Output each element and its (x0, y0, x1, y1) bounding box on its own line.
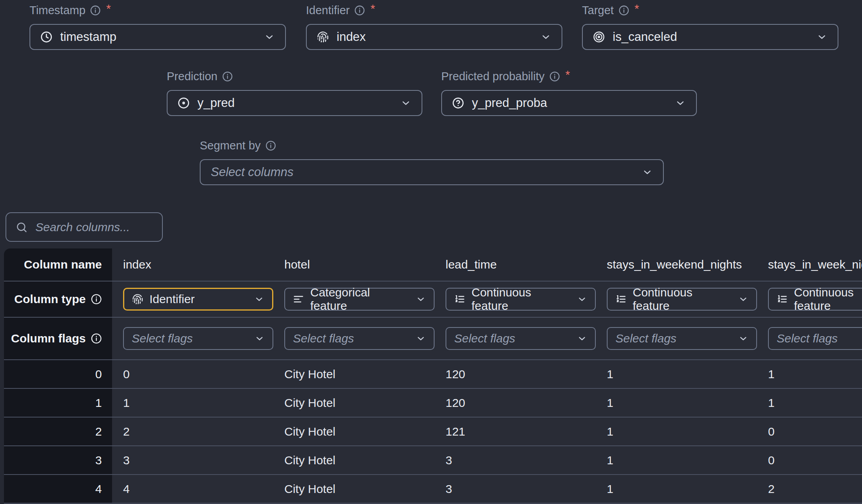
search-input[interactable] (35, 221, 153, 234)
column-type-select-lead-time[interactable]: Continuous feature (446, 288, 596, 311)
column-header-hotel: hotel (273, 248, 435, 281)
column-type-select-stays-weekend[interactable]: Continuous feature (607, 288, 757, 311)
identifier-select[interactable]: index (306, 24, 562, 50)
cell: 3 (112, 446, 273, 474)
fingerprint-icon (132, 294, 143, 305)
cell: 121 (435, 418, 596, 445)
field-label-text: Timestamp (29, 4, 85, 17)
column-type-row: Column type Identifier Categorical featu… (4, 281, 862, 318)
timestamp-select[interactable]: timestamp (29, 24, 286, 50)
target-select[interactable]: is_canceled (582, 24, 838, 50)
chevron-down-icon (416, 333, 426, 344)
segment-by-select[interactable]: Select columns (200, 159, 664, 185)
column-type-select-stays-week[interactable]: Continuous feature (768, 288, 862, 311)
field-segment-by: Segment by Select columns (200, 138, 664, 185)
corner-header-label: Column name (24, 258, 102, 271)
column-flags-select-stays-weekend[interactable]: Select flags (607, 327, 757, 350)
required-asterisk: * (635, 2, 639, 15)
chevron-down-icon (738, 333, 748, 344)
cell: 120 (435, 389, 596, 417)
predicted-probability-select[interactable]: y_pred_proba (441, 90, 697, 116)
select-value: y_pred (197, 96, 235, 110)
cell: 1 (596, 418, 757, 445)
table-row: 0 0 City Hotel 120 1 1 (4, 360, 862, 389)
cell: City Hotel (273, 446, 435, 474)
chevron-down-icon (264, 31, 275, 42)
select-value: is_canceled (613, 30, 677, 44)
field-label-text: Predicted probability (441, 70, 545, 83)
select-value: index (337, 30, 366, 44)
cell: 1 (112, 389, 273, 417)
chevron-down-icon (816, 31, 827, 42)
cell: City Hotel (273, 418, 435, 445)
cell: 1 (757, 389, 862, 417)
select-value: y_pred_proba (472, 96, 547, 110)
row-header: 1 (4, 389, 112, 417)
field-timestamp-label: Timestamp * (29, 3, 286, 17)
chevron-down-icon (642, 167, 653, 178)
row-header: 0 (4, 360, 112, 388)
column-type-label: Column type (14, 292, 86, 306)
table-row: 3 3 City Hotel 3 1 0 (4, 446, 862, 475)
cell: 3 (435, 446, 596, 474)
columns-table: Column name index hotel lead_time stays_… (4, 248, 862, 504)
field-timestamp: Timestamp * timestamp (29, 3, 286, 50)
table-row: 2 2 City Hotel 121 1 0 (4, 418, 862, 446)
column-type-select-hotel[interactable]: Categorical feature (284, 288, 435, 311)
info-icon[interactable] (90, 5, 101, 16)
clock-icon (41, 31, 52, 43)
chevron-down-icon (675, 97, 686, 109)
help-circle-icon (452, 97, 464, 109)
cell: City Hotel (273, 360, 435, 388)
info-icon[interactable] (354, 5, 365, 16)
info-icon[interactable] (222, 71, 233, 82)
prediction-select[interactable]: y_pred (167, 90, 422, 116)
table-row: 4 4 City Hotel 3 1 2 (4, 475, 862, 504)
corner-header-cell: Column name (4, 248, 112, 281)
info-icon[interactable] (91, 294, 102, 305)
column-flags-select-hotel[interactable]: Select flags (284, 327, 435, 350)
info-icon[interactable] (91, 333, 102, 344)
column-header-lead-time: lead_time (435, 248, 596, 281)
field-target: Target * is_canceled (582, 3, 838, 50)
field-prediction-label: Prediction (167, 69, 422, 83)
fingerprint-icon (317, 31, 329, 43)
cell: 0 (112, 360, 273, 388)
info-icon[interactable] (549, 71, 560, 82)
field-predicted-probability: Predicted probability * y_pred_proba (441, 69, 697, 116)
cell: 2 (757, 475, 862, 503)
info-icon[interactable] (265, 140, 276, 151)
cell: 0 (757, 418, 862, 445)
column-flags-select-stays-week[interactable]: Select flags (768, 327, 862, 350)
chevron-down-icon (738, 294, 748, 304)
column-flags-select-index[interactable]: Select flags (123, 327, 273, 350)
row-header: 3 (4, 446, 112, 474)
info-icon[interactable] (619, 5, 629, 16)
column-flags-row: Column flags Select flags Select flags S… (4, 318, 862, 360)
column-header-stays-weekend: stays_in_weekend_nights (596, 248, 757, 281)
required-asterisk: * (565, 68, 570, 81)
column-type-select-index[interactable]: Identifier (123, 288, 273, 311)
chevron-down-icon (400, 97, 411, 109)
cell: 120 (435, 360, 596, 388)
field-prediction: Prediction y_pred (167, 69, 422, 116)
cell: 3 (435, 475, 596, 503)
dataset-config-page: Timestamp * timestamp Identifier * index… (0, 0, 862, 504)
chevron-down-icon (254, 333, 265, 344)
cell: City Hotel (273, 475, 435, 503)
field-label-text: Prediction (167, 70, 217, 83)
cell: 1 (596, 446, 757, 474)
search-icon (16, 221, 28, 233)
cell: 1 (596, 389, 757, 417)
field-target-label: Target * (582, 3, 838, 17)
search-columns-box (6, 212, 163, 242)
chevron-down-icon (416, 294, 426, 304)
cell: 1 (596, 475, 757, 503)
field-predicted-probability-label: Predicted probability * (441, 69, 697, 83)
required-asterisk: * (106, 2, 111, 15)
column-flags-select-lead-time[interactable]: Select flags (446, 327, 596, 350)
field-segment-by-label: Segment by (200, 138, 664, 153)
table-header-row: Column name index hotel lead_time stays_… (4, 248, 862, 281)
cell: 2 (112, 418, 273, 445)
continuous-feature-icon (615, 294, 626, 305)
